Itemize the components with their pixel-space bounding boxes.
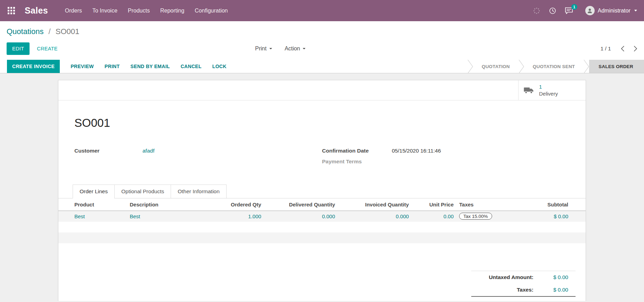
systray: 1 Administrator	[533, 6, 637, 15]
truck-icon	[523, 86, 535, 95]
taxes-value: $ 0.00	[543, 287, 568, 293]
action-dropdown-label: Action	[285, 46, 300, 52]
print-dropdown-label: Print	[255, 46, 267, 52]
table-empty-row	[58, 222, 586, 232]
col-header-delivered-quantity: Delivered Quantity	[264, 198, 338, 211]
table-empty-row	[58, 243, 586, 254]
preview-button[interactable]: PREVIEW	[71, 60, 94, 73]
top-navbar: Sales Orders To Invoice Products Reporti…	[0, 0, 644, 21]
print-dropdown[interactable]: Print	[255, 46, 272, 52]
print-button[interactable]: PRINT	[105, 60, 120, 73]
cell-delivered-qty: 0.000	[264, 211, 338, 222]
payment-terms-field-row: Payment Terms	[322, 158, 570, 165]
messages-icon[interactable]: 1	[565, 7, 573, 15]
form-view: 1 Delivery SO001 Customer afadf Confirma…	[0, 73, 644, 301]
customer-label: Customer	[74, 148, 142, 154]
breadcrumb-quotations[interactable]: Quotations	[7, 27, 43, 36]
cell-invoiced-qty: 0.000	[338, 211, 411, 222]
apps-menu-icon[interactable]	[5, 4, 18, 17]
page-title: SO001	[74, 116, 570, 130]
col-header-invoiced-quantity: Invoiced Quantity	[338, 198, 411, 211]
total-label: Total:	[471, 300, 543, 301]
menu-to-invoice[interactable]: To Invoice	[87, 0, 123, 21]
col-header-description: Description	[127, 198, 206, 211]
messages-badge: 1	[571, 4, 577, 10]
customer-field-row: Customer afadf	[74, 148, 322, 154]
action-dropdown[interactable]: Action	[285, 46, 305, 52]
activity-clock-icon[interactable]	[549, 7, 556, 15]
edit-button[interactable]: EDIT	[7, 42, 30, 55]
confirmation-date-field-row: Confirmation Date 05/15/2020 16:11:46	[322, 148, 570, 154]
col-header-taxes: Taxes	[456, 198, 528, 211]
taxes-label: Taxes:	[471, 287, 543, 293]
status-arrow-icon	[584, 60, 589, 73]
app-name[interactable]: Sales	[25, 6, 48, 16]
status-arrow-icon	[519, 60, 524, 73]
total-value: $ 0.00	[543, 300, 568, 301]
cancel-button[interactable]: CANCEL	[181, 60, 202, 73]
breadcrumb: Quotations / SO001	[7, 27, 637, 36]
col-header-unit-price: Unit Price	[411, 198, 456, 211]
create-invoice-button[interactable]: CREATE INVOICE	[7, 60, 60, 73]
table-empty-row	[58, 232, 586, 243]
chevron-down-icon	[634, 10, 637, 11]
create-button[interactable]: CREATE	[32, 42, 63, 55]
col-header-subtotal: Subtotal	[528, 198, 586, 211]
confirmation-date-value: 05/15/2020 16:11:46	[392, 148, 441, 154]
form-sheet: 1 Delivery SO001 Customer afadf Confirma…	[58, 80, 586, 301]
menu-products[interactable]: Products	[123, 0, 155, 21]
pager-previous-button[interactable]	[621, 46, 625, 52]
control-panel-buttons: EDIT CREATE Print Action 1 / 1	[7, 42, 637, 56]
menu-reporting[interactable]: Reporting	[155, 0, 189, 21]
totals-footer: Untaxed Amount: $ 0.00 Taxes: $ 0.00 Tot…	[471, 271, 576, 301]
pager: 1 / 1	[601, 46, 637, 52]
send-by-email-button[interactable]: SEND BY EMAIL	[130, 60, 170, 73]
statusbar: CREATE INVOICE PREVIEW PRINT SEND BY EMA…	[0, 60, 644, 73]
app-menu: Orders To Invoice Products Reporting Con…	[60, 0, 233, 21]
delivery-count: 1	[539, 83, 558, 90]
user-name: Administrator	[598, 8, 630, 14]
control-panel: Quotations / SO001 EDIT CREATE Print Act…	[0, 21, 644, 60]
cell-taxes: Tax 15.00%	[456, 211, 528, 222]
chevron-left-icon	[621, 46, 625, 52]
tab-order-lines[interactable]: Order Lines	[73, 185, 115, 198]
untaxed-amount-label: Untaxed Amount:	[471, 274, 543, 280]
untaxed-amount-row: Untaxed Amount: $ 0.00	[471, 271, 576, 284]
state-quotation-sent[interactable]: QUOTATION SENT	[524, 60, 584, 73]
cell-product[interactable]: Best	[58, 211, 127, 222]
delivery-smart-button[interactable]: 1 Delivery	[518, 80, 586, 100]
cell-unit-price: 0.00	[411, 211, 456, 222]
order-line-row[interactable]: Best Best 1.000 0.000 0.000 0.00 Tax 15.…	[58, 211, 586, 222]
col-header-ordered-qty: Ordered Qty	[206, 198, 264, 211]
cell-description: Best	[127, 211, 206, 222]
field-groups: Customer afadf Confirmation Date 05/15/2…	[58, 148, 586, 169]
breadcrumb-separator: /	[49, 27, 51, 36]
notebook-tabs: Order Lines Optional Products Other Info…	[58, 185, 586, 198]
pager-next-button[interactable]	[634, 46, 637, 52]
confirmation-date-label: Confirmation Date	[322, 148, 392, 154]
taxes-row: Taxes: $ 0.00	[471, 284, 576, 296]
tax-tag: Tax 15.00%	[459, 213, 492, 220]
tab-optional-products[interactable]: Optional Products	[114, 185, 171, 198]
tab-other-information[interactable]: Other Information	[171, 185, 227, 198]
pager-value: 1 / 1	[601, 46, 611, 52]
status-pipeline: QUOTATION QUOTATION SENT SALES ORDER	[467, 60, 644, 73]
state-sales-order: SALES ORDER	[589, 60, 644, 73]
lock-button[interactable]: LOCK	[212, 60, 227, 73]
untaxed-amount-value: $ 0.00	[543, 274, 568, 280]
state-quotation[interactable]: QUOTATION	[473, 60, 519, 73]
order-lines-table: Product Description Ordered Qty Delivere…	[58, 198, 586, 254]
payment-terms-label: Payment Terms	[322, 158, 392, 165]
delivery-label: Delivery	[539, 90, 558, 97]
user-menu[interactable]: Administrator	[585, 6, 637, 15]
customer-value-link[interactable]: afadf	[142, 148, 154, 154]
breadcrumb-current: SO001	[56, 27, 80, 36]
table-header-row: Product Description Ordered Qty Delivere…	[58, 198, 586, 211]
user-icon	[587, 8, 593, 14]
col-header-product: Product	[58, 198, 127, 211]
menu-configuration[interactable]: Configuration	[189, 0, 233, 21]
status-arrow-icon	[467, 60, 473, 73]
chevron-down-icon	[269, 48, 272, 49]
smart-button-area: 1 Delivery	[58, 80, 586, 100]
menu-orders[interactable]: Orders	[60, 0, 87, 21]
